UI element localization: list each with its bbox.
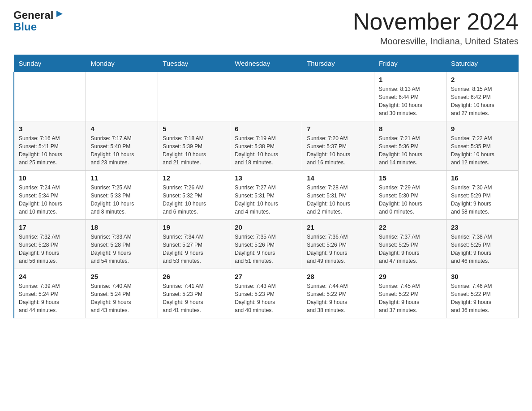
- calendar-cell: 29Sunrise: 7:45 AM Sunset: 5:22 PM Dayli…: [374, 269, 446, 318]
- calendar-cell: 27Sunrise: 7:43 AM Sunset: 5:23 PM Dayli…: [230, 269, 302, 318]
- day-info: Sunrise: 7:20 AM Sunset: 5:37 PM Dayligh…: [307, 134, 369, 167]
- day-info: Sunrise: 7:21 AM Sunset: 5:36 PM Dayligh…: [379, 134, 442, 167]
- day-info: Sunrise: 7:28 AM Sunset: 5:31 PM Dayligh…: [307, 184, 369, 216]
- weekday-header-row: SundayMondayTuesdayWednesdayThursdayFrid…: [14, 55, 519, 72]
- calendar-cell: 21Sunrise: 7:36 AM Sunset: 5:26 PM Dayli…: [302, 220, 374, 269]
- day-info: Sunrise: 7:35 AM Sunset: 5:26 PM Dayligh…: [235, 233, 297, 265]
- day-info: Sunrise: 7:39 AM Sunset: 5:24 PM Dayligh…: [19, 282, 81, 314]
- day-number: 19: [163, 223, 225, 231]
- calendar-cell: 8Sunrise: 7:21 AM Sunset: 5:36 PM Daylig…: [374, 121, 446, 171]
- day-number: 17: [19, 223, 81, 231]
- calendar-cell: [230, 72, 302, 121]
- calendar-cell: 16Sunrise: 7:30 AM Sunset: 5:29 PM Dayli…: [446, 171, 519, 220]
- day-number: 12: [163, 174, 225, 182]
- calendar-cell: 22Sunrise: 7:37 AM Sunset: 5:25 PM Dayli…: [374, 220, 446, 269]
- day-number: 16: [451, 174, 514, 182]
- calendar-cell: 17Sunrise: 7:32 AM Sunset: 5:28 PM Dayli…: [14, 220, 86, 269]
- calendar-cell: 1Sunrise: 8:13 AM Sunset: 6:44 PM Daylig…: [374, 72, 446, 121]
- calendar-cell: 10Sunrise: 7:24 AM Sunset: 5:34 PM Dayli…: [14, 171, 86, 220]
- day-number: 7: [307, 125, 369, 133]
- weekday-header-wednesday: Wednesday: [230, 55, 302, 72]
- day-info: Sunrise: 7:16 AM Sunset: 5:41 PM Dayligh…: [19, 134, 81, 167]
- calendar-cell: 26Sunrise: 7:41 AM Sunset: 5:23 PM Dayli…: [158, 269, 230, 318]
- calendar-cell: 13Sunrise: 7:27 AM Sunset: 5:31 PM Dayli…: [230, 171, 302, 220]
- logo-blue: Blue: [13, 21, 37, 33]
- day-number: 2: [451, 76, 514, 83]
- day-info: Sunrise: 7:46 AM Sunset: 5:22 PM Dayligh…: [451, 282, 514, 314]
- weekday-header-saturday: Saturday: [446, 55, 519, 72]
- day-info: Sunrise: 7:19 AM Sunset: 5:38 PM Dayligh…: [235, 134, 297, 167]
- calendar-cell: 23Sunrise: 7:38 AM Sunset: 5:25 PM Dayli…: [446, 220, 519, 269]
- calendar-cell: 14Sunrise: 7:28 AM Sunset: 5:31 PM Dayli…: [302, 171, 374, 220]
- day-number: 8: [379, 125, 442, 133]
- logo: General Blue: [13, 9, 64, 33]
- day-number: 23: [451, 223, 514, 231]
- day-number: 5: [163, 125, 225, 133]
- day-info: Sunrise: 7:37 AM Sunset: 5:25 PM Dayligh…: [379, 233, 442, 265]
- day-number: 29: [379, 273, 442, 280]
- calendar-week-4: 17Sunrise: 7:32 AM Sunset: 5:28 PM Dayli…: [14, 220, 519, 269]
- weekday-header-friday: Friday: [374, 55, 446, 72]
- day-number: 21: [307, 223, 369, 231]
- day-number: 6: [235, 125, 297, 133]
- day-number: 9: [451, 125, 514, 133]
- calendar-cell: 24Sunrise: 7:39 AM Sunset: 5:24 PM Dayli…: [14, 269, 86, 318]
- day-info: Sunrise: 7:30 AM Sunset: 5:29 PM Dayligh…: [451, 184, 514, 216]
- day-info: Sunrise: 7:38 AM Sunset: 5:25 PM Dayligh…: [451, 233, 514, 265]
- day-info: Sunrise: 8:13 AM Sunset: 6:44 PM Dayligh…: [379, 85, 442, 117]
- day-info: Sunrise: 7:32 AM Sunset: 5:28 PM Dayligh…: [19, 233, 81, 265]
- day-number: 18: [90, 223, 153, 231]
- logo-line1: General: [13, 9, 64, 21]
- day-number: 25: [90, 273, 153, 280]
- day-info: Sunrise: 7:24 AM Sunset: 5:34 PM Dayligh…: [19, 184, 81, 216]
- calendar-cell: 20Sunrise: 7:35 AM Sunset: 5:26 PM Dayli…: [230, 220, 302, 269]
- calendar-cell: [158, 72, 230, 121]
- day-info: Sunrise: 7:27 AM Sunset: 5:31 PM Dayligh…: [235, 184, 297, 216]
- logo-general: General: [13, 9, 53, 21]
- calendar-week-5: 24Sunrise: 7:39 AM Sunset: 5:24 PM Dayli…: [14, 269, 519, 318]
- weekday-header-monday: Monday: [86, 55, 158, 72]
- logo-arrow-icon: [55, 9, 64, 19]
- calendar-week-2: 3Sunrise: 7:16 AM Sunset: 5:41 PM Daylig…: [14, 121, 519, 171]
- day-number: 15: [379, 174, 442, 182]
- day-number: 10: [19, 174, 81, 182]
- day-number: 30: [451, 273, 514, 280]
- calendar-cell: [302, 72, 374, 121]
- day-number: 3: [19, 125, 81, 133]
- day-info: Sunrise: 7:26 AM Sunset: 5:32 PM Dayligh…: [163, 184, 225, 216]
- location-title: Mooresville, Indiana, United States: [353, 36, 519, 47]
- day-number: 14: [307, 174, 369, 182]
- calendar-cell: 30Sunrise: 7:46 AM Sunset: 5:22 PM Dayli…: [446, 269, 519, 318]
- calendar-cell: 25Sunrise: 7:40 AM Sunset: 5:24 PM Dayli…: [86, 269, 158, 318]
- calendar-cell: 2Sunrise: 8:15 AM Sunset: 6:42 PM Daylig…: [446, 72, 519, 121]
- day-number: 24: [19, 273, 81, 280]
- day-number: 28: [307, 273, 369, 280]
- svg-marker-0: [56, 11, 63, 17]
- title-area: November 2024 Mooresville, Indiana, Unit…: [353, 9, 519, 47]
- day-number: 27: [235, 273, 297, 280]
- calendar-week-1: 1Sunrise: 8:13 AM Sunset: 6:44 PM Daylig…: [14, 72, 519, 121]
- day-info: Sunrise: 7:17 AM Sunset: 5:40 PM Dayligh…: [90, 134, 153, 167]
- calendar-cell: 12Sunrise: 7:26 AM Sunset: 5:32 PM Dayli…: [158, 171, 230, 220]
- weekday-header-sunday: Sunday: [14, 55, 86, 72]
- month-title: November 2024: [353, 9, 519, 34]
- day-info: Sunrise: 8:15 AM Sunset: 6:42 PM Dayligh…: [451, 85, 514, 117]
- day-info: Sunrise: 7:45 AM Sunset: 5:22 PM Dayligh…: [379, 282, 442, 314]
- day-number: 13: [235, 174, 297, 182]
- calendar-cell: 18Sunrise: 7:33 AM Sunset: 5:28 PM Dayli…: [86, 220, 158, 269]
- day-number: 20: [235, 223, 297, 231]
- calendar-cell: 28Sunrise: 7:44 AM Sunset: 5:22 PM Dayli…: [302, 269, 374, 318]
- calendar-cell: 6Sunrise: 7:19 AM Sunset: 5:38 PM Daylig…: [230, 121, 302, 171]
- calendar-cell: 19Sunrise: 7:34 AM Sunset: 5:27 PM Dayli…: [158, 220, 230, 269]
- day-number: 11: [90, 174, 153, 182]
- day-info: Sunrise: 7:36 AM Sunset: 5:26 PM Dayligh…: [307, 233, 369, 265]
- weekday-header-thursday: Thursday: [302, 55, 374, 72]
- day-info: Sunrise: 7:25 AM Sunset: 5:33 PM Dayligh…: [90, 184, 153, 216]
- day-number: 1: [379, 76, 442, 83]
- calendar-week-3: 10Sunrise: 7:24 AM Sunset: 5:34 PM Dayli…: [14, 171, 519, 220]
- calendar-cell: 7Sunrise: 7:20 AM Sunset: 5:37 PM Daylig…: [302, 121, 374, 171]
- header: General Blue November 2024 Mooresville, …: [13, 9, 519, 47]
- calendar-body: 1Sunrise: 8:13 AM Sunset: 6:44 PM Daylig…: [14, 72, 519, 318]
- calendar-cell: [14, 72, 86, 121]
- day-number: 22: [379, 223, 442, 231]
